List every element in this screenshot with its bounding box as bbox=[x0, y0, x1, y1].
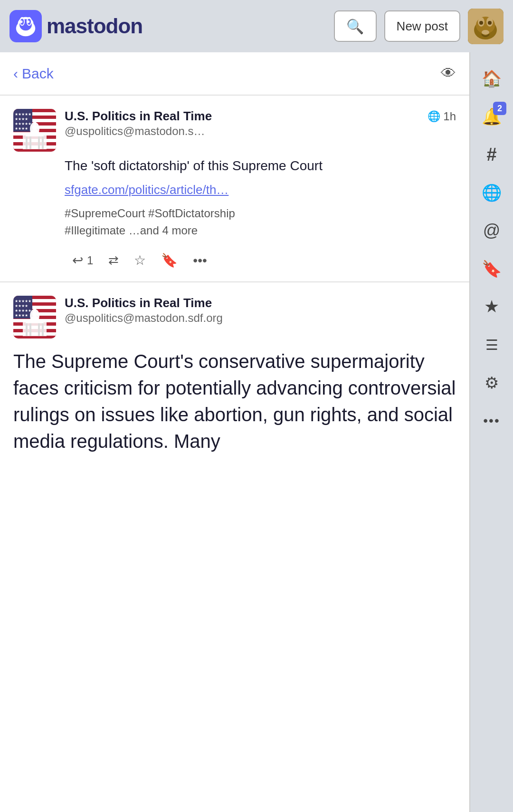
sidebar-notifications[interactable]: 🔔 2 bbox=[475, 100, 508, 133]
boost-button-1[interactable]: ⇄ bbox=[101, 249, 126, 271]
more-icon-1: ••• bbox=[193, 253, 207, 268]
svg-text:★★★★: ★★★★ bbox=[15, 313, 28, 318]
boost-icon-1: ⇄ bbox=[108, 253, 119, 268]
post-link-1[interactable]: sfgate.com/politics/article/th… bbox=[65, 183, 456, 197]
svg-rect-57 bbox=[42, 323, 44, 336]
sidebar-favorites[interactable]: ★ bbox=[475, 290, 508, 323]
post-body-2: The Supreme Court's conservative superma… bbox=[13, 348, 456, 454]
globe-explore-icon: 🌐 bbox=[482, 183, 502, 202]
svg-point-15 bbox=[479, 21, 483, 25]
svg-point-17 bbox=[482, 30, 489, 35]
user-avatar[interactable] bbox=[468, 9, 504, 44]
globe-icon-1: 🌐 bbox=[428, 110, 440, 123]
post-avatar-1[interactable]: ★★★★★ ★★★★ ★★★★★ ★★★★ bbox=[13, 109, 56, 152]
post-tag-supreme-court[interactable]: #SupremeCourt bbox=[65, 207, 145, 220]
favorite-icon-1: ☆ bbox=[134, 252, 146, 268]
post-tags-1: #SupremeCourt #SoftDictatorship #Illegit… bbox=[65, 205, 456, 239]
star-icon: ★ bbox=[484, 297, 499, 317]
bookmark-icon-1: 🔖 bbox=[161, 252, 178, 268]
post-card-2: ★★★★★ ★★★★ ★★★★★ ★★★★ bbox=[0, 282, 469, 464]
post-tag-more[interactable]: …and 4 more bbox=[129, 224, 198, 237]
at-icon: @ bbox=[483, 221, 501, 241]
svg-text:★★★★★: ★★★★★ bbox=[15, 299, 31, 303]
post-title-1: The 'soft dictatorship' of this Supreme … bbox=[65, 156, 456, 175]
author-avatar-image-2: ★★★★★ ★★★★ ★★★★★ ★★★★ bbox=[13, 296, 56, 338]
svg-rect-55 bbox=[29, 323, 31, 336]
sidebar-hashtag[interactable]: # bbox=[475, 138, 508, 171]
post-handle-2: @uspolitics@mastodon.sdf.org bbox=[65, 311, 456, 325]
svg-text:★★★★: ★★★★ bbox=[15, 117, 28, 121]
svg-text:★★★★★: ★★★★★ bbox=[15, 112, 31, 116]
post-header-2: ★★★★★ ★★★★ ★★★★★ ★★★★ bbox=[13, 296, 456, 338]
svg-point-9 bbox=[27, 20, 30, 23]
sidebar-bookmarks[interactable]: 🔖 bbox=[475, 252, 508, 285]
more-button-1[interactable]: ••• bbox=[185, 249, 214, 272]
back-bar: ‹ Back 👁 bbox=[0, 52, 469, 96]
content-panel: ‹ Back 👁 bbox=[0, 52, 470, 812]
post-time-1: 1h bbox=[443, 110, 456, 123]
sidebar-lists[interactable]: ☰ bbox=[475, 328, 508, 361]
svg-rect-53 bbox=[33, 309, 36, 316]
reply-icon-1: ↩ bbox=[72, 252, 83, 268]
svg-rect-37 bbox=[42, 136, 44, 149]
svg-rect-34 bbox=[26, 136, 28, 149]
more-sidebar-icon: ••• bbox=[483, 413, 500, 428]
post-handle-1: @uspolitics@mastodon.s… bbox=[65, 125, 456, 138]
post-avatar-2[interactable]: ★★★★★ ★★★★ ★★★★★ ★★★★ bbox=[13, 296, 56, 338]
post-author-name-2: U.S. Politics in Real Time bbox=[65, 296, 212, 310]
search-icon: 🔍 bbox=[346, 18, 364, 35]
back-chevron-icon: ‹ bbox=[13, 66, 18, 82]
svg-text:★★★★★: ★★★★★ bbox=[15, 122, 31, 126]
post-name-row-1: U.S. Politics in Real Time 🌐 1h bbox=[65, 109, 456, 124]
lists-icon: ☰ bbox=[485, 337, 498, 353]
bookmark-button-1[interactable]: 🔖 bbox=[153, 249, 185, 272]
post-actions-1: ↩ 1 ⇄ ☆ 🔖 ••• bbox=[65, 249, 456, 272]
svg-text:★★★★★: ★★★★★ bbox=[15, 309, 31, 313]
new-post-button[interactable]: New post bbox=[384, 10, 460, 42]
logo-text: mastodon bbox=[47, 14, 142, 38]
svg-rect-33 bbox=[33, 122, 36, 129]
svg-rect-36 bbox=[38, 136, 40, 149]
visibility-icon[interactable]: 👁 bbox=[441, 65, 456, 82]
avatar-image bbox=[468, 9, 504, 44]
favorite-button-1[interactable]: ☆ bbox=[126, 249, 153, 272]
post-card-1: ★★★★★ ★★★★ ★★★★★ ★★★★ bbox=[0, 96, 469, 282]
post-header-1: ★★★★★ ★★★★ ★★★★★ ★★★★ bbox=[13, 109, 456, 152]
back-label: Back bbox=[22, 66, 54, 82]
svg-point-8 bbox=[20, 20, 23, 23]
svg-text:★★★★: ★★★★ bbox=[15, 304, 28, 308]
search-button[interactable]: 🔍 bbox=[334, 10, 377, 42]
logo-area: mastodon bbox=[10, 10, 326, 42]
top-header: mastodon 🔍 New post bbox=[0, 0, 513, 52]
svg-rect-35 bbox=[29, 136, 31, 149]
post-author-name-1: U.S. Politics in Real Time bbox=[65, 109, 212, 124]
author-avatar-image-1: ★★★★★ ★★★★ ★★★★★ ★★★★ bbox=[13, 109, 56, 152]
sidebar-home[interactable]: 🏠 bbox=[475, 62, 508, 95]
post-tag-illegitimate[interactable]: #Illegitimate bbox=[65, 224, 125, 237]
post-text-2: The Supreme Court's conservative superma… bbox=[13, 348, 456, 454]
post-time-row-1: 🌐 1h bbox=[428, 110, 456, 123]
notification-badge: 2 bbox=[493, 102, 506, 115]
reply-count-1: 1 bbox=[87, 254, 93, 267]
bookmark-sidebar-icon: 🔖 bbox=[482, 259, 502, 278]
new-post-label: New post bbox=[397, 19, 448, 34]
post-name-row-2: U.S. Politics in Real Time bbox=[65, 296, 456, 310]
sidebar-settings[interactable]: ⚙ bbox=[475, 366, 508, 399]
sidebar-mentions[interactable]: @ bbox=[475, 214, 508, 247]
svg-rect-54 bbox=[26, 323, 28, 336]
post-meta-1: U.S. Politics in Real Time 🌐 1h @uspolit… bbox=[65, 109, 456, 138]
reply-button-1[interactable]: ↩ 1 bbox=[65, 249, 101, 272]
hashtag-icon: # bbox=[486, 145, 496, 165]
post-body-1: The 'soft dictatorship' of this Supreme … bbox=[65, 156, 456, 272]
svg-text:★★★★: ★★★★ bbox=[15, 126, 28, 131]
mastodon-logo-icon bbox=[10, 10, 42, 42]
back-button[interactable]: ‹ Back bbox=[13, 66, 54, 82]
gear-icon: ⚙ bbox=[484, 373, 499, 392]
sidebar-more[interactable]: ••• bbox=[475, 404, 508, 437]
svg-point-16 bbox=[488, 21, 492, 25]
home-icon: 🏠 bbox=[482, 69, 502, 88]
sidebar-explore[interactable]: 🌐 bbox=[475, 176, 508, 209]
post-meta-2: U.S. Politics in Real Time @uspolitics@m… bbox=[65, 296, 456, 325]
post-tag-soft-dictatorship[interactable]: #SoftDictatorship bbox=[148, 207, 235, 220]
right-sidebar: 🏠 🔔 2 # 🌐 @ 🔖 ★ ☰ ⚙ ••• bbox=[470, 52, 513, 812]
